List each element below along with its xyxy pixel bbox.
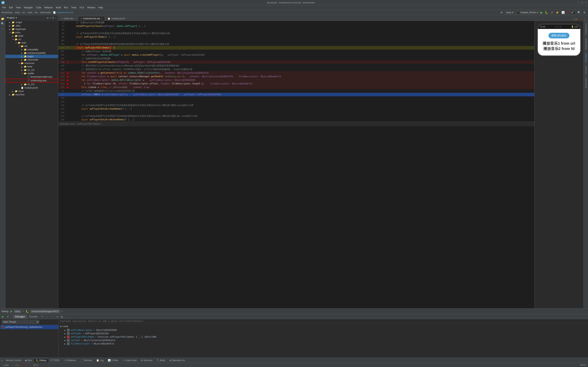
breakpoint-icon[interactable]: ●: [67, 82, 68, 85]
menu-window[interactable]: Window: [86, 6, 97, 9]
locals-arrow[interactable]: ▶: [60, 325, 62, 328]
git-icon[interactable]: ⑂: [0, 26, 5, 31]
line-col-status[interactable]: 117:1: [32, 364, 39, 366]
debug-session-tag-entry[interactable]: entry: [14, 310, 21, 313]
frames-btn[interactable]: ▤: [60, 315, 64, 319]
var-arrow[interactable]: ▶: [64, 339, 66, 342]
tree-item-wodemeng-wav[interactable]: ▶ 🎵 wodemeng.wav: [5, 79, 58, 83]
bottom-tab-todo[interactable]: ☰ TODO: [49, 358, 61, 362]
tree-item-mock[interactable]: ▶ 📁 mock: [5, 90, 58, 93]
breadcrumb-viewmodel[interactable]: viewmodel: [40, 11, 51, 14]
breakpoint-icon[interactable]: ●: [67, 85, 68, 89]
menu-navigate[interactable]: Navigate: [22, 6, 34, 9]
git-status[interactable]: ⑂ main: [1, 364, 9, 366]
debug-session-close-panda[interactable]: ×: [61, 310, 63, 313]
menu-help[interactable]: Help: [97, 6, 105, 9]
tree-item-main[interactable]: ▼ 📂 main: [5, 41, 58, 44]
bottom-tab-version-control[interactable]: Version Control: [4, 358, 23, 362]
expression-input[interactable]: [60, 320, 587, 323]
breakpoint-icon[interactable]: ●: [67, 71, 68, 75]
bottom-tab-terminal[interactable]: ⬛ Terminal: [78, 358, 94, 362]
profile-button[interactable]: 📊: [561, 11, 565, 14]
encoding-status[interactable]: UTF-8: [579, 364, 587, 366]
error-status[interactable]: ✕ 2: [22, 364, 27, 366]
tree-settings-icon[interactable]: ⚙: [52, 16, 54, 19]
project-dropdown[interactable]: ▾: [16, 17, 17, 19]
warning-count[interactable]: ⚠ 1: [574, 18, 577, 20]
scroll-to-source-icon[interactable]: ⊕: [47, 16, 49, 19]
bottom-tab-problems[interactable]: ⚠ Problems: [62, 358, 78, 362]
pause-btn[interactable]: ⏸: [6, 315, 10, 319]
menu-view[interactable]: View: [14, 6, 22, 9]
tree-item-entrybackupability[interactable]: ▶ 📁 entrybackupability: [5, 51, 58, 55]
menu-refactor[interactable]: Refactor: [43, 6, 54, 9]
var-name-filedescriptor[interactable]: fileDescriptor: [71, 342, 90, 345]
menu-vcs[interactable]: VCS: [78, 6, 86, 9]
step-out-btn[interactable]: ↑: [50, 315, 54, 319]
find-icon[interactable]: 🔍: [0, 22, 5, 26]
tree-item-hvigor[interactable]: ▶ 📁 .hvigor: [5, 21, 58, 24]
bottom-tab-build[interactable]: 🔨 Build: [155, 358, 167, 362]
hot-reload-button[interactable]: ⚡: [555, 11, 560, 14]
tree-close-icon[interactable]: −: [55, 16, 57, 19]
maximize-button[interactable]: □: [581, 1, 583, 4]
collapse-all-icon[interactable]: ≡: [49, 16, 51, 19]
tab-index-ets[interactable]: ● Index.ets ×: [59, 16, 78, 21]
tree-item-en-us[interactable]: ▶ 📁 en_US: [5, 68, 58, 72]
bottom-tab-operation[interactable]: ⊕ Operation An: [167, 358, 187, 362]
step-into-btn[interactable]: ↓: [45, 315, 49, 319]
breakpoint-icon[interactable]: ●: [67, 78, 68, 82]
bottom-tab-profiler[interactable]: 📊 Profiler: [106, 358, 120, 362]
tree-item-entryability[interactable]: ▶ 📁 entryability: [5, 48, 58, 51]
run-to-cursor-btn[interactable]: ⇥: [55, 315, 59, 319]
tree-item-entry[interactable]: ▼ 📂 entry: [5, 31, 58, 34]
reload-button[interactable]: ↺: [550, 11, 554, 14]
tree-item-rawfile[interactable]: ▼ 📂 rawfile: [5, 72, 58, 75]
tree-item-module-json[interactable]: ▶ 📋 module.json5: [5, 86, 58, 90]
tab-close-index[interactable]: ×: [74, 18, 75, 20]
tree-item-viewmodel[interactable]: ▶ 📁 viewmodel: [5, 58, 58, 61]
profile-selector[interactable]: entry ▾: [505, 11, 514, 14]
vtab-previewer[interactable]: Previewer: [584, 51, 588, 64]
bottom-tab-code-linter[interactable]: ✓ Code Linter: [121, 358, 139, 362]
vtab-appanalyzer[interactable]: AppAnalyzer: [584, 36, 588, 51]
menu-run[interactable]: Run: [62, 6, 70, 9]
bottom-tab-services[interactable]: ⚙ Services: [139, 358, 154, 362]
minimize-button[interactable]: −: [578, 1, 579, 4]
run-button[interactable]: ▶: [540, 10, 543, 15]
global-settings-button[interactable]: ⚙: [582, 11, 587, 14]
bottom-tab-debug[interactable]: 🐛 Debug: [34, 358, 48, 362]
breakpoint-icon[interactable]: ●: [67, 60, 68, 64]
tree-item-src[interactable]: ▼ 📂 src: [5, 38, 58, 41]
breadcrumb-ets[interactable]: ets: [35, 11, 38, 14]
device-manager-button[interactable]: 📲: [571, 11, 576, 14]
tree-item-ohostest[interactable]: ▶ 📁 ohosTest: [5, 93, 58, 96]
tree-item-idea[interactable]: ▶ 📁 .idea: [5, 24, 58, 27]
bottom-tabs-expand-icon[interactable]: ⊲: [1, 359, 3, 362]
menu-build[interactable]: Build: [54, 6, 62, 9]
close-button[interactable]: ×: [585, 1, 587, 4]
var-arrow[interactable]: ▶: [64, 329, 66, 331]
editor-breadcrumb-method[interactable]: avPlayerFdSrcDemo(): [78, 122, 101, 126]
device-selector[interactable]: 📱 Huawei_Phone ▾: [515, 11, 539, 14]
thread-select[interactable]: Main Thread: [1, 320, 39, 324]
search-button[interactable]: 🔍: [577, 11, 581, 14]
breadcrumb-audioservice[interactable]: 📄 AudioService.ets: [53, 11, 74, 14]
breadcrumb-musicease[interactable]: MusicEase: [1, 11, 13, 14]
tree-item-base[interactable]: ▶ 📁 base: [5, 65, 58, 68]
tree-item-pages[interactable]: ▶ 📁 pages: [5, 55, 58, 58]
tab-close-audioservice[interactable]: ×: [101, 18, 102, 20]
vtab-bookmarks[interactable]: Bookmarks: [584, 76, 588, 90]
tree-item-zh-cn[interactable]: ▶ 📁 zh_CN: [5, 83, 58, 86]
breadcrumb-src[interactable]: src: [22, 11, 25, 14]
debug-session-close-entry[interactable]: ×: [23, 310, 24, 313]
breadcrumb-entry[interactable]: entry: [15, 11, 20, 14]
tab-module-json[interactable]: 📋 module.json5 ×: [105, 16, 130, 21]
var-arrow[interactable]: ▶: [64, 333, 66, 335]
var-name-context[interactable]: context: [71, 339, 80, 342]
breakpoint-icon[interactable]: ●: [67, 75, 68, 78]
error-count[interactable]: ✕ 2: [579, 18, 582, 20]
tab-close-module-json[interactable]: ×: [126, 18, 127, 20]
tree-item-dream-wav[interactable]: ▶ 🎵 dreamitnpossible.wav: [5, 75, 58, 79]
step-over-btn[interactable]: ↷: [40, 315, 44, 319]
